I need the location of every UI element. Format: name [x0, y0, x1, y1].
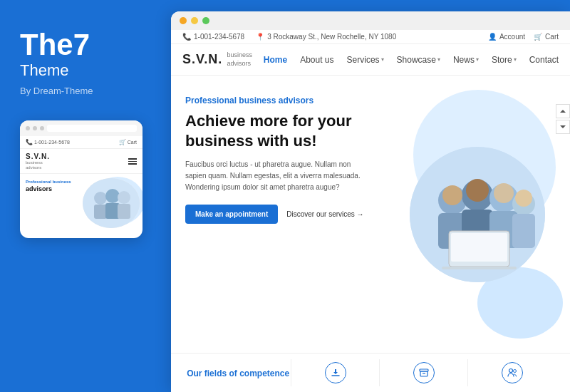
nav-link-showcase[interactable]: Showcase ▾: [397, 55, 440, 65]
svg-point-23: [515, 190, 532, 207]
mobile-hero-label: Professional business: [26, 180, 137, 184]
desktop-preview: 📞 1-001-234-5678 📍 3 Rockaway St., New R…: [171, 11, 570, 392]
desktop-logo: S.V.N. business advisors: [182, 51, 252, 68]
desktop-account[interactable]: 👤 Account: [488, 33, 525, 41]
nav-link-contact[interactable]: Contact: [529, 55, 559, 65]
svg-point-28: [513, 370, 516, 373]
footer-icon-3: [468, 359, 556, 386]
mobile-hamburger-icon[interactable]: [128, 158, 137, 165]
desktop-nav: S.V.N. business advisors Home About us S…: [171, 44, 570, 76]
chevron-down-icon: ▾: [514, 56, 517, 63]
svg-point-21: [466, 179, 489, 202]
hero-right: [385, 76, 570, 353]
hero-image: [410, 147, 545, 282]
appointment-button[interactable]: Make an appointment: [185, 205, 278, 224]
svg-point-20: [442, 185, 462, 205]
desktop-hero: Professional business advisors Achieve m…: [171, 76, 570, 353]
mobile-logo: S.V.N. business advisors: [26, 153, 50, 170]
mobile-address-bar: [47, 125, 137, 132]
svg-rect-7: [118, 204, 130, 219]
desktop-logo-sub: business advisors: [227, 51, 252, 68]
mobile-topbar: [20, 120, 142, 136]
app-subtitle: Theme: [20, 61, 151, 80]
svg-rect-19: [442, 267, 517, 269]
footer-icon-2: [380, 359, 468, 386]
mobile-cart: 🛒 Cart: [119, 139, 137, 145]
chevron-down-icon: ▾: [381, 56, 384, 63]
mobile-preview: 📞 1-001-234-5678 🛒 Cart S.V.N. business …: [20, 120, 142, 238]
svg-point-22: [494, 183, 514, 203]
hero-left: Professional business advisors Achieve m…: [171, 76, 385, 353]
traffic-light-red: [180, 17, 187, 24]
hero-label: Professional business advisors: [185, 96, 370, 105]
mobile-hero-heading: advisors: [26, 185, 79, 193]
traffic-light-yellow: [191, 17, 198, 24]
desktop-nav-links: Home About us Services ▾ Showcase ▾ News…: [264, 55, 559, 65]
svg-point-27: [509, 369, 512, 373]
desktop-traffic-lights: [171, 11, 570, 30]
desktop-logo-main: S.V.N.: [182, 52, 222, 67]
hero-heading: Achieve more for your business with us!: [185, 111, 370, 150]
hero-buttons: Make an appointment Discover our service…: [185, 205, 370, 224]
svg-rect-18: [451, 233, 507, 262]
mobile-info-bar: 📞 1-001-234-5678 🛒 Cart: [20, 136, 142, 149]
cloud-download-icon: [325, 362, 346, 383]
location-icon: 📍: [256, 33, 264, 41]
footer-label: Our fields of competence: [185, 366, 291, 379]
users-icon: [502, 362, 523, 383]
chevron-down-icon: ▾: [476, 56, 479, 63]
archive-icon: [413, 362, 435, 383]
desktop-footer: Our fields of competence: [171, 353, 570, 392]
svg-rect-3: [94, 205, 107, 219]
left-panel: The7 Theme By Dream-Theme 📞 1-001-234-56…: [0, 0, 171, 392]
user-icon: 👤: [488, 33, 497, 41]
mobile-hero-text: Professional business advisors: [26, 180, 137, 193]
nav-link-news[interactable]: News ▾: [453, 55, 479, 65]
desktop-phone: 📞 1-001-234-5678: [182, 33, 244, 41]
app-title: The7: [20, 29, 151, 61]
discover-button[interactable]: Discover our services →: [286, 210, 363, 218]
desktop-info-right: 👤 Account 🛒 Cart: [488, 33, 559, 41]
mobile-dot-1: [26, 126, 30, 130]
cart-icon: 🛒: [534, 33, 542, 41]
nav-link-store[interactable]: Store ▾: [492, 55, 517, 65]
app-author: By Dream-Theme: [20, 86, 151, 96]
desktop-cart[interactable]: 🛒 Cart: [534, 33, 559, 41]
traffic-light-green: [202, 17, 209, 24]
desktop-info-left: 📞 1-001-234-5678 📍 3 Rockaway St., New R…: [182, 33, 396, 41]
nav-link-home[interactable]: Home: [264, 55, 287, 65]
phone-icon: 📞: [182, 33, 191, 41]
svg-point-2: [94, 192, 107, 205]
mobile-phone: 📞 1-001-234-5678: [26, 139, 70, 145]
svg-rect-16: [512, 214, 535, 248]
chevron-down-icon: ▾: [437, 56, 440, 63]
desktop-address: 📍 3 Rockaway St., New Rochelle, NY 1080: [256, 33, 396, 41]
footer-icons: [291, 359, 556, 386]
mobile-hero: Professional business advisors: [20, 174, 142, 238]
nav-link-about[interactable]: About us: [300, 55, 333, 65]
mobile-nav-bar: S.V.N. business advisors: [20, 149, 142, 174]
hero-body: Faucibus orci luctus - ut pharetra augue…: [185, 159, 370, 193]
nav-link-services[interactable]: Services ▾: [347, 55, 384, 65]
desktop-info-bar: 📞 1-001-234-5678 📍 3 Rockaway St., New R…: [171, 30, 570, 44]
mobile-dot-3: [40, 126, 44, 130]
mobile-dot-2: [33, 126, 37, 130]
footer-icon-1: [291, 359, 380, 386]
